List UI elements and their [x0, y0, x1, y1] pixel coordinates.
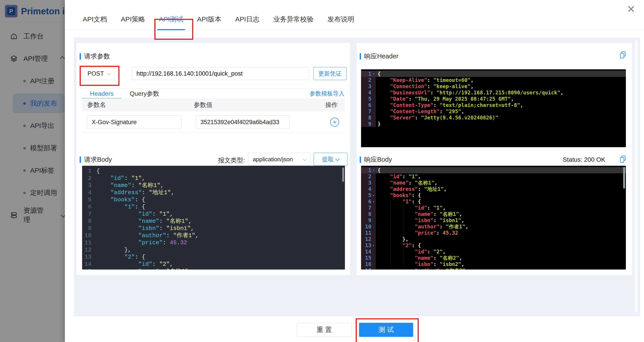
- code-text: "id": "1",: [376, 173, 626, 180]
- code-text: "name": "名称1",: [94, 182, 345, 189]
- line-number: 5: [361, 96, 376, 102]
- line-number: 10: [82, 232, 94, 239]
- tab-version[interactable]: API版本: [196, 15, 222, 30]
- request-body-editor[interactable]: 1{2 "id": "1",3 "name": "名称1",4 "address…: [82, 166, 345, 270]
- editor-scrollbar-thumb[interactable]: [342, 168, 344, 182]
- fold-arrow-icon: ▾: [371, 167, 376, 173]
- extract-label: 提取: [322, 156, 334, 163]
- test-button[interactable]: 测 试: [359, 323, 413, 337]
- chevron-down-icon: [303, 157, 307, 161]
- code-line: 2 "id": "1",: [361, 173, 626, 180]
- code-line: 12 },: [361, 236, 626, 242]
- line-number: 1: [82, 168, 94, 175]
- content-type-select[interactable]: application/json: [248, 153, 310, 166]
- content-type-value: application/json: [253, 156, 293, 163]
- line-number: 9: [361, 217, 376, 224]
- tab-policy[interactable]: API策略: [120, 15, 146, 30]
- code-line: 5 "books": {: [82, 196, 345, 203]
- line-number: 8: [361, 211, 376, 217]
- line-number: 16: [361, 261, 376, 267]
- url-input[interactable]: [132, 67, 309, 80]
- line-number: 13: [82, 254, 94, 260]
- code-line: 6 "Content-Type": "text/plain;charset=ut…: [361, 102, 626, 108]
- code-text: {: [376, 167, 626, 173]
- fold-arrow-icon: ▾: [371, 198, 376, 205]
- copy-icon[interactable]: [619, 51, 626, 59]
- code-text: "1": {: [376, 198, 626, 205]
- code-text: {: [376, 71, 626, 77]
- code-text: "name": "名称1",: [376, 180, 626, 186]
- code-line: 11 "price": 45.32: [82, 239, 345, 246]
- line-number: 6▾: [361, 198, 376, 205]
- line-number: 3: [361, 180, 376, 186]
- method-select[interactable]: POST: [82, 67, 114, 80]
- col-actions: 操作: [325, 101, 338, 109]
- param-subtab-0[interactable]: Headers: [82, 88, 122, 99]
- code-text: "2": {: [94, 254, 345, 260]
- line-number: 3: [361, 83, 376, 90]
- line-number: 3: [82, 182, 94, 189]
- param-value-input[interactable]: [196, 116, 290, 129]
- content-type-label: 报文类型:: [218, 156, 245, 165]
- code-text: }: [376, 121, 626, 127]
- code-text: "isbn": "isbn2",: [376, 261, 626, 267]
- line-number: 9: [82, 225, 94, 232]
- code-line: 7 "id": "1",: [82, 210, 345, 218]
- close-icon[interactable]: ✕: [627, 3, 636, 15]
- tab-log[interactable]: API日志: [235, 15, 260, 30]
- add-param-icon[interactable]: +: [330, 118, 339, 126]
- code-line: 15 "name": "名称2",: [361, 255, 626, 261]
- update-credential-button[interactable]: 更新凭证: [314, 67, 346, 80]
- tab-test[interactable]: API测试: [158, 15, 184, 30]
- line-number: 2: [82, 175, 94, 182]
- line-number: 12: [361, 236, 376, 242]
- line-number: 15: [361, 255, 376, 261]
- param-name-input[interactable]: [87, 116, 182, 129]
- method-select-value: POST: [88, 70, 104, 77]
- code-line: 1{: [82, 168, 345, 175]
- param-template-import-link[interactable]: 参数模板导入: [310, 90, 344, 98]
- code-text: "id": "1",: [94, 175, 345, 182]
- code-text: "1": {: [94, 203, 345, 210]
- code-text: "name": "名称1",: [376, 211, 626, 217]
- line-number: 5▾: [361, 192, 376, 198]
- tab-release[interactable]: 发布说明: [327, 15, 355, 30]
- code-line: 12 },: [82, 246, 345, 254]
- modal-scrollbar[interactable]: [634, 40, 638, 313]
- code-line: 7 "id": "1",: [361, 205, 626, 211]
- reset-button[interactable]: 重 置: [297, 323, 352, 337]
- indent-guide: [390, 198, 391, 270]
- line-number: 14: [361, 248, 376, 255]
- copy-icon[interactable]: [619, 155, 626, 163]
- col-param-value: 参数值: [194, 101, 319, 109]
- request-params-title: 请求参数: [80, 52, 110, 61]
- editor-scrollbar-thumb[interactable]: [623, 167, 625, 188]
- code-text: {: [94, 168, 345, 175]
- response-body-editor[interactable]: 1▾{2 "id": "1",3 "name": "名称1",4 "addres…: [361, 166, 626, 270]
- line-number: 2: [361, 173, 376, 180]
- code-text: "id": "1",: [94, 210, 345, 218]
- code-text: "name": "名称1",: [94, 218, 345, 225]
- line-number: 7: [361, 108, 376, 114]
- modal-tabbar: API文档API策略API测试API版本API日志业务异常校验发布说明: [65, 0, 644, 30]
- code-text: "address": "地址1",: [376, 186, 626, 192]
- param-subtab-1[interactable]: Query参数: [122, 88, 167, 99]
- code-text: "Content-Type": "text/plain;charset=utf-…: [376, 102, 626, 108]
- col-param-name: 参数名: [87, 101, 194, 109]
- extract-button[interactable]: 提取: [314, 153, 348, 166]
- code-text: "Content-Length": "295",: [376, 108, 626, 114]
- code-line: 1▾{: [361, 167, 626, 173]
- line-number: 14: [82, 260, 94, 268]
- code-text: "price": 45.32: [94, 239, 345, 246]
- response-body-title: 响应Body: [360, 155, 392, 164]
- code-text: "id": "2",: [376, 248, 626, 255]
- code-line: 4 "address": "地址1",: [361, 186, 626, 192]
- tab-exception[interactable]: 业务异常校验: [273, 15, 314, 30]
- code-line: 14 "id": "2",: [82, 260, 345, 268]
- code-line: 5 "Date": "Thu, 29 May 2025 08:47:25 GMT…: [361, 96, 626, 102]
- line-number: 17: [361, 267, 376, 270]
- tab-doc[interactable]: API文档: [82, 15, 107, 30]
- line-number: 9: [361, 121, 376, 127]
- fold-arrow-icon: ▾: [371, 242, 376, 248]
- param-subtabs: HeadersQuery参数参数模板导入: [82, 88, 344, 99]
